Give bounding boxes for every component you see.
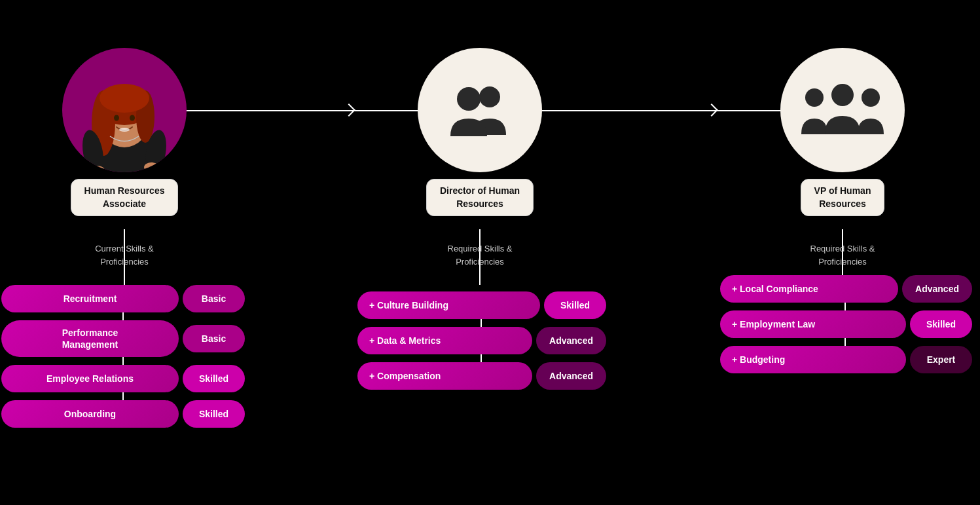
skill-row-performance: PerformanceManagement Basic	[1, 320, 245, 357]
skill-performance: PerformanceManagement	[1, 320, 179, 357]
level-recruitment: Basic	[183, 285, 245, 312]
skill-employee-relations: Employee Relations	[1, 365, 179, 392]
skill-compensation: + Compensation	[357, 362, 532, 390]
skill-compliance: + Local Compliance	[720, 275, 898, 303]
skill-recruitment: Recruitment	[1, 285, 179, 312]
svg-point-18	[831, 84, 854, 106]
section-label-1: Current Skills &Proficiencies	[62, 242, 187, 268]
career-pathway-canvas: Human ResourcesAssociate Current Skills …	[0, 0, 980, 505]
level-budgeting: Expert	[910, 346, 972, 373]
skill-onboarding: Onboarding	[1, 400, 179, 428]
level-data: Advanced	[536, 327, 606, 354]
role-label-vp: VP of HumanResources	[801, 179, 885, 216]
vline-skills-1c	[122, 392, 124, 400]
svg-point-16	[805, 88, 824, 107]
vline-skills-2a	[481, 319, 482, 327]
skill-row-recruitment: Recruitment Basic	[1, 285, 245, 312]
svg-point-9	[119, 128, 130, 132]
vline-skills-1b	[122, 357, 124, 365]
node-director-hr: Director of HumanResources	[418, 48, 542, 216]
svg-point-6	[100, 84, 149, 113]
skill-row-budgeting: + Budgeting Expert	[720, 346, 972, 373]
vline-skills-2b	[481, 354, 482, 362]
skill-row-compensation: + Compensation Advanced	[357, 362, 606, 390]
svg-point-8	[130, 115, 135, 121]
skill-row-employment-law: + Employment Law Skilled	[720, 310, 972, 338]
svg-point-14	[479, 86, 500, 107]
arrow-2	[705, 103, 718, 117]
svg-point-7	[114, 115, 119, 121]
skill-row-data: + Data & Metrics Advanced	[357, 327, 606, 354]
role-label-hr-associate: Human ResourcesAssociate	[71, 179, 179, 216]
skills-container-1: Recruitment Basic PerformanceManagement …	[1, 285, 245, 436]
skills-container-2: + Culture Building Skilled + Data & Metr…	[357, 291, 606, 398]
section-label-2: Required Skills &Proficiencies	[418, 242, 542, 268]
skill-row-onboarding: Onboarding Skilled	[1, 400, 245, 428]
svg-point-15	[457, 87, 481, 111]
section-label-3: Required Skills &Proficiencies	[780, 242, 905, 268]
skills-container-3: + Local Compliance Advanced + Employment…	[720, 275, 972, 381]
director-icon	[444, 83, 516, 138]
icon-circle-vp	[780, 48, 905, 172]
skill-culture: + Culture Building	[357, 291, 540, 319]
level-employment-law: Skilled	[910, 310, 972, 338]
skill-employment-law: + Employment Law	[720, 310, 906, 338]
arrow-1	[342, 103, 355, 117]
skill-row-culture: + Culture Building Skilled	[357, 291, 606, 319]
svg-point-17	[862, 88, 880, 107]
skill-row-compliance: + Local Compliance Advanced	[720, 275, 972, 303]
icon-circle-director	[418, 48, 542, 172]
skill-data: + Data & Metrics	[357, 327, 532, 354]
level-culture: Skilled	[544, 291, 606, 319]
node-vp-hr: VP of HumanResources	[780, 48, 905, 216]
person-illustration	[65, 51, 183, 172]
vline-skills-1a	[122, 312, 124, 320]
level-compliance: Advanced	[902, 275, 972, 303]
avatar-hr-associate	[62, 48, 187, 172]
level-performance: Basic	[183, 325, 245, 352]
vp-icon	[800, 81, 885, 140]
role-label-director: Director of HumanResources	[426, 179, 534, 216]
level-employee-relations: Skilled	[183, 365, 245, 392]
level-compensation: Advanced	[536, 362, 606, 390]
vline-skills-3b	[844, 338, 846, 346]
level-onboarding: Skilled	[183, 400, 245, 428]
skill-row-employee-relations: Employee Relations Skilled	[1, 365, 245, 392]
node-hr-associate: Human ResourcesAssociate	[62, 48, 187, 216]
vline-skills-3a	[844, 303, 846, 310]
skill-budgeting: + Budgeting	[720, 346, 906, 373]
